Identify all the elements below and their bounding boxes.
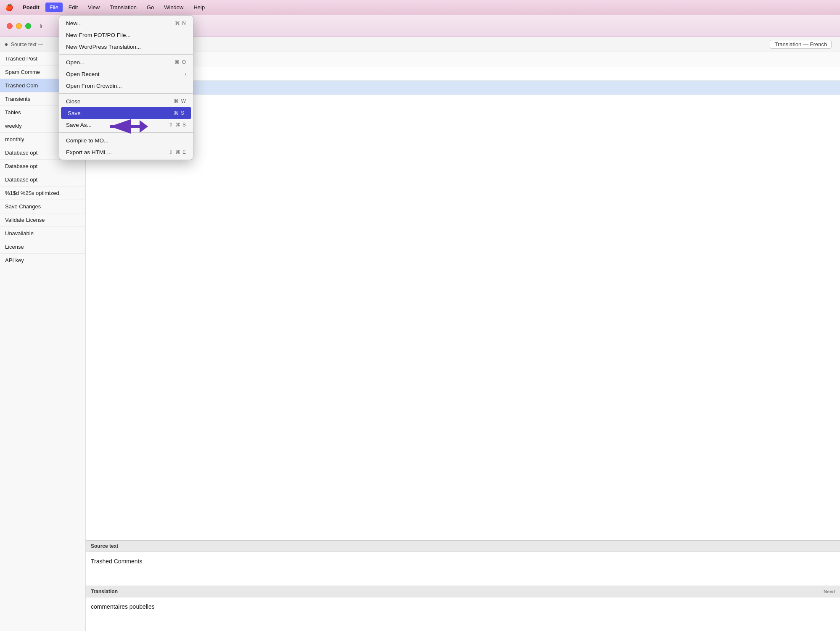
content-area (86, 95, 840, 540)
translation-section-header: Translation Need (86, 586, 840, 597)
menu-item-shortcut: ⌘ O (174, 59, 186, 65)
menu-bar: 🍎 Poedit File Edit View Translation Go W… (0, 0, 840, 15)
menu-item-shortcut: ⌘ N (175, 20, 186, 26)
menu-item-label: Save (68, 110, 81, 116)
menu-item-shortcut: ⌘ S (174, 110, 185, 116)
list-item[interactable]: Database opt (0, 173, 85, 187)
menu-separator (59, 93, 193, 94)
list-item[interactable]: License (0, 240, 85, 254)
list-item[interactable]: Database opt (0, 160, 85, 173)
menu-item-label: Save As... (66, 122, 92, 128)
list-item[interactable]: API key (0, 254, 85, 267)
menu-edit[interactable]: Edit (64, 3, 82, 12)
menu-item-open-crowdin[interactable]: Open From Crowdin... (59, 80, 193, 92)
menu-item-label: New WordPress Translation... (66, 44, 141, 50)
list-item[interactable]: Validate License (0, 213, 85, 227)
menu-item-label: New From POT/PO File... (66, 32, 131, 38)
menu-item-label: New... (66, 20, 82, 26)
menu-file[interactable]: File (45, 3, 63, 12)
translation-label: Translation (91, 589, 118, 594)
translation-header: Translation — French (86, 37, 840, 52)
menu-view[interactable]: View (84, 3, 104, 12)
menu-item-export-html[interactable]: Export as HTML... ⇧ ⌘ E (59, 146, 193, 158)
file-dropdown-menu: New... ⌘ N New From POT/PO File... New W… (59, 15, 193, 160)
traffic-lights (7, 23, 31, 29)
menu-item-new-pot[interactable]: New From POT/PO File... (59, 29, 193, 41)
menu-separator (59, 54, 193, 55)
source-text-content: Trashed Comments (86, 552, 840, 586)
list-item[interactable]: Unavailable (0, 227, 85, 240)
menu-item-label: Open From Crowdin... (66, 83, 122, 89)
menu-item-shortcut: ⇧ ⌘ E (169, 149, 186, 155)
menu-item-shortcut: ⌘ W (174, 98, 186, 104)
right-pane: Translation — French already optimized! … (86, 37, 840, 631)
list-item[interactable]: Save Changes (0, 200, 85, 213)
menu-window[interactable]: Window (160, 3, 188, 12)
menu-item-close[interactable]: Close ⌘ W (59, 95, 193, 107)
bottom-panels: Source text Trashed Comments Translation… (86, 540, 840, 631)
menu-item-label: Compile to MO... (66, 137, 108, 144)
menu-item-label: Open... (66, 59, 85, 66)
menu-help[interactable]: Help (189, 3, 209, 12)
translation-section: Translation Need commentaires poubelles (86, 586, 840, 631)
apple-logo-icon: 🍎 (5, 3, 13, 11)
submenu-arrow-icon: › (185, 71, 186, 76)
close-button[interactable] (7, 23, 13, 29)
translation-row: already optimized! (86, 52, 840, 66)
minimize-button[interactable] (16, 23, 22, 29)
translation-language-label: Translation — French (770, 40, 832, 49)
window-title: fr (40, 23, 43, 29)
need-badge: Need (824, 589, 835, 594)
source-text-header: Source text (86, 540, 840, 552)
menu-item-new[interactable]: New... ⌘ N (59, 17, 193, 29)
menu-item-open[interactable]: Open... ⌘ O (59, 56, 193, 68)
menu-item-save-as[interactable]: Save As... ⇧ ⌘ S (59, 119, 193, 131)
menu-item-label: Close (66, 98, 81, 105)
menu-item-compile-mo[interactable]: Compile to MO... (59, 134, 193, 146)
app-name: Poedit (18, 3, 44, 12)
list-item[interactable]: %1$d %2$s optimized. (0, 187, 85, 200)
translation-row-selected[interactable]: commentaires poubelles (86, 81, 840, 95)
translation-content[interactable]: commentaires poubelles (86, 597, 840, 631)
list-header-text: Source text — (11, 42, 43, 47)
menu-item-new-wordpress[interactable]: New WordPress Translation... (59, 41, 193, 53)
dot-icon (5, 43, 8, 46)
menu-item-shortcut: ⇧ ⌘ S (169, 122, 186, 128)
menu-item-label: Export as HTML... (66, 149, 112, 155)
menu-translation[interactable]: Translation (106, 3, 141, 12)
menu-item-open-recent[interactable]: Open Recent › (59, 68, 193, 80)
translation-row: d items below: (86, 66, 840, 81)
menu-go[interactable]: Go (143, 3, 158, 12)
menu-separator (59, 132, 193, 133)
maximize-button[interactable] (25, 23, 31, 29)
menu-item-save[interactable]: Save ⌘ S (61, 107, 191, 119)
source-text-section: Source text Trashed Comments (86, 540, 840, 586)
menu-item-label: Open Recent (66, 71, 100, 77)
